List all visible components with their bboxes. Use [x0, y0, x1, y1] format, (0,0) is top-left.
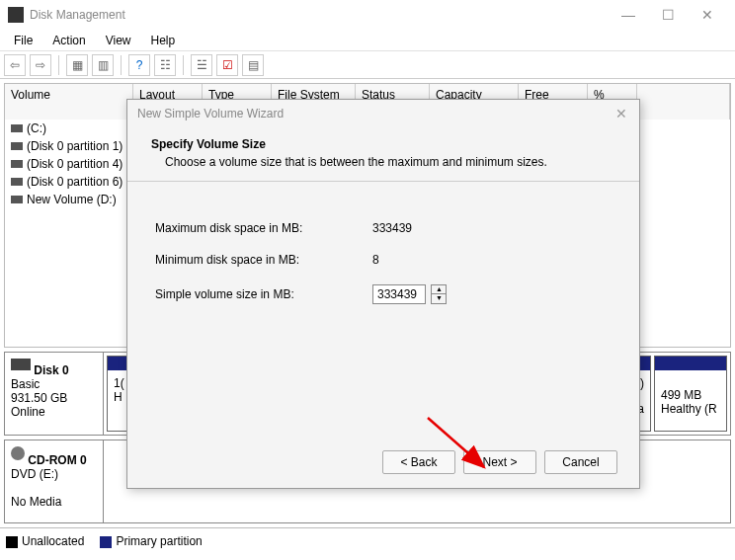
min-space-label: Minimum disk space in MB: — [155, 253, 372, 267]
toolbar-btn-3[interactable]: ☷ — [154, 54, 176, 76]
toolbar-btn-1[interactable]: ▦ — [66, 54, 88, 76]
cdrom-icon — [11, 446, 25, 460]
disk-size: 931.50 GB — [11, 391, 67, 405]
volume-name: (Disk 0 partition 4) — [27, 157, 137, 171]
toolbar-btn-4[interactable]: ☱ — [191, 54, 212, 76]
app-icon — [8, 7, 24, 23]
volume-name: (Disk 0 partition 6) — [27, 175, 137, 189]
disk-title: Disk 0 — [34, 363, 68, 377]
cdrom-info[interactable]: CD-ROM 0 DVD (E:) No Media — [5, 440, 104, 522]
spinner-down-icon[interactable]: ▼ — [432, 294, 446, 303]
size-spinner[interactable]: ▲ ▼ — [431, 284, 447, 304]
drive-icon — [11, 178, 23, 186]
disk-type: Basic — [11, 377, 40, 391]
wizard-dialog: New Simple Volume Wizard ✕ Specify Volum… — [126, 99, 640, 489]
wizard-subheading: Choose a volume size that is between the… — [151, 151, 615, 169]
wizard-close-button[interactable]: ✕ — [613, 106, 629, 121]
cdrom-sub: DVD (E:) — [11, 467, 58, 481]
max-space-value: 333439 — [372, 221, 412, 235]
volume-size-label: Simple volume size in MB: — [155, 287, 372, 301]
volume-name: New Volume (D:) — [27, 193, 137, 206]
menubar: File Action View Help — [0, 30, 735, 51]
cancel-button[interactable]: Cancel — [544, 450, 617, 474]
max-space-label: Maximum disk space in MB: — [155, 221, 372, 235]
legend: Unallocated Primary partition — [0, 527, 735, 554]
titlebar: Disk Management — ☐ ✕ — [0, 0, 735, 30]
spinner-up-icon[interactable]: ▲ — [432, 285, 446, 294]
wizard-titlebar: New Simple Volume Wizard ✕ — [127, 100, 639, 127]
part-text: 1( — [114, 376, 124, 390]
part-text: H — [114, 390, 122, 404]
menu-view[interactable]: View — [96, 32, 141, 49]
drive-icon — [11, 196, 23, 203]
back-button[interactable]: < Back — [382, 450, 455, 474]
part-text: Healthy (R — [661, 402, 717, 416]
minimize-button[interactable]: — — [609, 1, 648, 29]
next-button[interactable]: Next > — [463, 450, 536, 474]
volume-name: (C:) — [27, 121, 137, 135]
window-title: Disk Management — [30, 8, 609, 22]
part-text: 499 MB — [661, 388, 701, 402]
forward-icon[interactable]: ⇨ — [30, 54, 51, 76]
toolbar-btn-5[interactable]: ☑ — [216, 54, 238, 76]
wizard-heading: Specify Volume Size — [151, 137, 615, 151]
disk-partition[interactable]: 499 MBHealthy (R — [654, 356, 727, 432]
menu-action[interactable]: Action — [42, 32, 95, 49]
drive-icon — [11, 142, 23, 150]
legend-primary: Primary partition — [100, 534, 202, 548]
disk-status: Online — [11, 405, 45, 419]
volume-name: (Disk 0 partition 1) — [27, 139, 137, 153]
maximize-button[interactable]: ☐ — [648, 1, 688, 29]
disk-icon — [11, 359, 31, 370]
min-space-value: 8 — [372, 253, 379, 267]
drive-icon — [11, 124, 23, 132]
col-volume[interactable]: Volume — [5, 84, 133, 120]
menu-help[interactable]: Help — [141, 32, 186, 49]
toolbar: ⇦ ⇨ ▦ ▥ ? ☷ ☱ ☑ ▤ — [0, 51, 735, 79]
close-button[interactable]: ✕ — [688, 1, 727, 29]
legend-unallocated: Unallocated — [6, 534, 84, 548]
disk-0-info[interactable]: Disk 0 Basic 931.50 GB Online — [5, 353, 104, 435]
volume-size-input[interactable] — [372, 284, 426, 304]
toolbar-btn-6[interactable]: ▤ — [242, 54, 264, 76]
toolbar-btn-2[interactable]: ▥ — [92, 54, 114, 76]
cdrom-status: No Media — [11, 495, 61, 509]
drive-icon — [11, 160, 23, 168]
help-icon[interactable]: ? — [128, 54, 150, 76]
wizard-title-text: New Simple Volume Wizard — [137, 107, 613, 120]
menu-file[interactable]: File — [4, 32, 42, 49]
back-icon[interactable]: ⇦ — [4, 54, 26, 76]
cdrom-title: CD-ROM 0 — [28, 453, 86, 467]
